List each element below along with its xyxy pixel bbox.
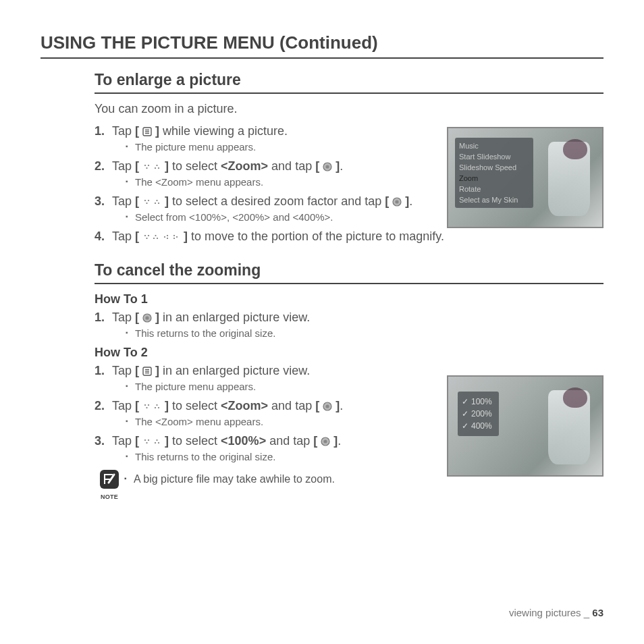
howto1-label: How To 1 [95, 292, 435, 306]
svg-point-6 [146, 167, 147, 169]
step-text: Tap [112, 230, 135, 243]
svg-point-46 [144, 439, 146, 441]
intro-text: You can zoom in a picture. [95, 102, 603, 116]
ok-icon [323, 162, 332, 171]
page-number: 63 [592, 607, 603, 618]
step-text: . [340, 159, 343, 173]
step-text: Tap [112, 399, 135, 412]
svg-point-22 [146, 238, 147, 239]
svg-point-51 [156, 439, 157, 441]
step-row: 4. Tap [ ] to move to the portion of the… [95, 230, 603, 244]
step-text: to select a desired zoom factor and tap [169, 194, 385, 208]
step-row: 2. Tap [ ] to select <Zoom> and tap [ ]. [95, 399, 435, 413]
ok-icon [392, 197, 402, 207]
svg-point-19 [396, 200, 399, 203]
step-text: Tap [112, 311, 135, 324]
step-row: 1. Tap [ ] while viewing a picture. [95, 124, 435, 138]
step-text: to select [169, 399, 221, 412]
step-bullet: The picture menu appears. [126, 141, 435, 153]
step-text: and tap [268, 399, 315, 412]
note-icon [99, 469, 119, 489]
svg-point-42 [158, 407, 159, 408]
svg-point-14 [146, 203, 147, 204]
step-row: 1. Tap [ ] in an enlarged picture view. [95, 364, 435, 378]
svg-point-48 [146, 442, 147, 444]
step-text: . [409, 194, 412, 208]
svg-point-8 [158, 167, 159, 169]
svg-point-11 [326, 165, 329, 168]
svg-point-21 [148, 235, 149, 236]
zoom-menu-screenshot: 100% 200% 400% [447, 375, 603, 477]
page-title: USING THE PICTURE MENU (Continued) [41, 32, 603, 59]
svg-point-31 [176, 236, 178, 238]
svg-point-28 [167, 238, 168, 239]
svg-point-4 [144, 165, 146, 166]
svg-point-26 [164, 236, 165, 238]
picture-menu-screenshot: Music Start Slideshow Slideshow Speed Zo… [447, 127, 603, 228]
four-way-icon [142, 234, 180, 242]
step-bullet: The picture menu appears. [126, 381, 435, 392]
up-down-icon [142, 403, 161, 411]
svg-point-25 [155, 235, 156, 236]
svg-point-50 [158, 442, 159, 444]
step-text: to select [169, 159, 221, 173]
step-text: Tap [112, 434, 135, 448]
step-row: 3. Tap [ ] to select <100%> and tap [ ]. [95, 434, 435, 448]
ok-icon [142, 313, 152, 323]
up-down-icon [142, 198, 161, 207]
svg-point-53 [324, 439, 327, 443]
step-number: 3. [95, 434, 112, 448]
ok-icon [323, 402, 332, 411]
step-text: Tap [112, 194, 135, 208]
menu-item: Music [459, 140, 529, 151]
up-down-icon [142, 438, 161, 446]
step-bullet: The <Zoom> menu appears. [126, 416, 435, 427]
picture-menu-overlay: Music Start Slideshow Slideshow Speed Zo… [455, 138, 533, 208]
svg-point-47 [148, 439, 149, 441]
step-bullet: Select from <100%>, <200%> and <400%>. [126, 211, 435, 223]
menu-item: Select as My Skin [459, 194, 529, 205]
svg-point-9 [156, 165, 157, 166]
svg-point-5 [148, 165, 149, 166]
step-text: to select [169, 434, 221, 448]
step-bullet: This returns to the original size. [126, 451, 435, 462]
step-text: and tap [266, 434, 313, 448]
step-bold: <Zoom> [221, 399, 268, 412]
step-text: Tap [112, 124, 135, 138]
svg-point-17 [156, 200, 157, 201]
note-label: NOTE [95, 493, 124, 500]
svg-point-20 [144, 235, 146, 236]
svg-point-23 [153, 238, 155, 239]
menu-icon [142, 127, 152, 136]
step-bullet: The <Zoom> menu appears. [126, 176, 435, 188]
menu-icon [142, 367, 152, 376]
step-text: while viewing a picture. [159, 124, 288, 138]
page-footer: viewing pictures _ 63 [509, 607, 603, 618]
menu-item: Rotate [459, 184, 529, 194]
svg-point-24 [157, 238, 158, 239]
menu-item: Slideshow Speed [459, 162, 529, 173]
step-number: 2. [95, 399, 112, 413]
zoom-option: 200% [462, 408, 492, 420]
svg-point-30 [173, 238, 175, 239]
step-text: Tap [112, 159, 135, 173]
step-text: and tap [268, 159, 315, 173]
step-text: . [338, 434, 341, 448]
footer-sep: _ [581, 607, 593, 618]
svg-point-29 [173, 235, 175, 236]
svg-point-43 [156, 404, 157, 406]
svg-point-13 [148, 200, 149, 201]
step-number: 2. [95, 159, 112, 173]
step-bullet: This returns to the original size. [126, 327, 435, 339]
svg-point-7 [155, 167, 156, 169]
step-text: Tap [112, 364, 135, 377]
up-down-icon [142, 163, 161, 171]
svg-point-38 [144, 404, 146, 406]
menu-item-selected: Zoom [459, 173, 529, 184]
step-text: to move to the portion of the picture to… [188, 230, 444, 243]
footer-section: viewing pictures [509, 607, 581, 618]
svg-point-39 [148, 404, 149, 406]
menu-item: Start Slideshow [459, 151, 529, 162]
svg-point-12 [144, 200, 146, 201]
svg-point-40 [146, 407, 147, 408]
